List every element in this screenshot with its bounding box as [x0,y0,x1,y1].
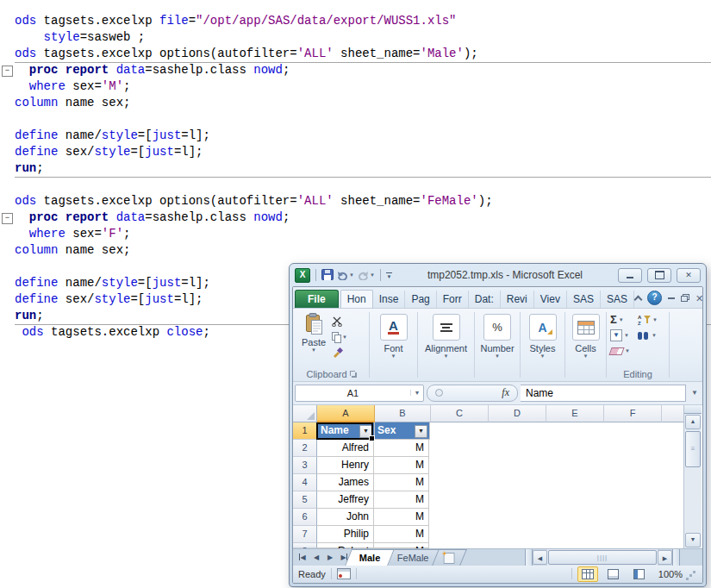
cell-sex-row3[interactable]: M [374,457,429,474]
workbook-close-button[interactable]: ✕ [695,294,703,303]
row-number-3[interactable]: 3 [293,457,317,474]
grid[interactable]: ABCDEF 1Name▼Sex▼2AlfredM3HenryM4JamesM5… [293,405,683,548]
excel-title-bar[interactable]: X ▼ ▼ ▼ tmp2052.tmp.xls - Microsoft Exce… [290,264,706,286]
collapse-ribbon-icon[interactable] [634,295,641,302]
next-sheet-button[interactable]: ▶ [324,550,336,565]
cell-empty[interactable] [429,543,486,548]
cell-empty[interactable] [429,457,486,474]
cell-empty[interactable] [486,543,543,548]
cell-empty[interactable] [486,474,543,491]
styles-group-button[interactable]: A Styles ▼ [521,310,564,381]
cell-empty[interactable] [429,526,486,543]
maximize-button[interactable] [647,268,671,283]
insert-function-button[interactable]: fx [502,386,509,399]
ribbon-tab-file[interactable]: File [295,290,339,308]
scroll-down-icon[interactable]: ▼ [685,533,701,547]
save-button[interactable] [321,269,334,282]
column-header-d[interactable]: D [489,405,546,422]
cell-empty[interactable] [486,457,543,474]
cancel-entry-icon[interactable] [435,389,443,397]
minimize-button[interactable] [618,268,642,283]
row-number-6[interactable]: 6 [293,509,317,526]
filter-header-cell-name[interactable]: Name▼ [318,422,375,440]
row-number-7[interactable]: 7 [293,526,317,543]
filter-header-cell-sex[interactable]: Sex▼ [375,422,430,440]
row-number-4[interactable]: 4 [293,474,317,491]
cell-name-row5[interactable]: Jeffrey [317,491,374,509]
cell-empty[interactable] [429,440,486,457]
cell-empty[interactable] [429,491,486,509]
close-button[interactable]: ✕ [677,268,701,283]
cell-empty[interactable] [486,440,543,457]
cell-empty[interactable] [600,543,657,548]
select-all-corner[interactable] [293,405,317,422]
cell-empty[interactable] [486,491,543,509]
cell-sex-row4[interactable]: M [374,474,429,491]
undo-button[interactable]: ▼ [337,271,354,280]
cell-empty[interactable] [543,509,600,526]
column-header-e[interactable]: E [546,405,604,422]
ribbon-tab-revi[interactable]: Revi [501,291,534,308]
redo-button[interactable]: ▼ [358,271,375,280]
cell-empty[interactable] [543,474,600,491]
code-fold-toggle[interactable]: − [2,213,13,224]
tab-scroll-splitter[interactable] [525,549,533,566]
scroll-up-icon[interactable]: ▲ [685,415,701,429]
column-header-a[interactable]: A [317,405,375,422]
vertical-scroll-thumb[interactable]: ≡ [685,431,701,467]
vertical-scroll-track[interactable] [684,468,702,532]
ribbon-tab-viev[interactable]: Viev [534,291,567,308]
cell-sex-row2[interactable]: M [374,440,429,457]
scrollbar-split-handle[interactable] [684,405,702,414]
first-sheet-button[interactable]: ◀ [296,550,309,565]
filter-dropdown-button[interactable]: ▼ [359,425,372,438]
cell-empty[interactable] [600,509,657,526]
fill-button[interactable]: ▼▼ [610,329,638,341]
redo-dropdown-arrow[interactable]: ▼ [370,272,375,278]
horizontal-scroll-thumb[interactable]: |||| [548,550,657,565]
ribbon-tab-sas[interactable]: SAS [567,291,601,308]
paste-button[interactable]: Paste ▼ [296,313,332,359]
customize-qat-button[interactable]: ▼ [386,272,392,278]
ribbon-tab-hon[interactable]: Hon [340,290,373,308]
filter-dropdown-button[interactable]: ▼ [415,425,427,438]
cell-sex-row8[interactable]: M [374,543,429,548]
cell-empty[interactable] [600,474,657,491]
page-break-view-button[interactable] [629,566,650,582]
cell-empty[interactable] [600,491,657,509]
page-layout-view-button[interactable] [603,566,624,582]
cell-empty[interactable] [600,440,657,457]
ribbon-tab-pag[interactable]: Pag [405,291,436,308]
insert-worksheet-tab[interactable] [432,549,467,566]
number-group-button[interactable]: % Number ▼ [476,310,519,381]
formula-input[interactable]: Name [521,385,686,402]
cell-sex-row6[interactable]: M [374,509,429,526]
excel-logo-icon[interactable]: X [295,268,310,283]
cell-sex-row7[interactable]: M [374,526,429,543]
row-number-2[interactable]: 2 [293,440,317,457]
cell-empty[interactable] [429,474,486,491]
scroll-left-icon[interactable]: ◀ [533,550,547,565]
cell-empty[interactable] [543,440,600,457]
clear-button[interactable]: ▼ [610,345,638,357]
cell-empty[interactable] [600,526,657,543]
macro-record-icon[interactable] [337,568,351,579]
cell-sex-row5[interactable]: M [374,491,429,509]
row-number-8[interactable]: 8 [293,543,317,548]
autosum-button[interactable]: Σ▼ [610,314,638,326]
scrollbar-split-handle[interactable] [672,549,680,566]
font-group-button[interactable]: A Font ▼ [371,310,416,381]
cell-empty[interactable] [543,491,600,509]
cell-name-row8[interactable]: Robert [317,543,374,548]
cell-name-row6[interactable]: John [317,509,374,526]
cell-name-row2[interactable]: Alfred [317,440,374,457]
cell-name-row3[interactable]: Henry [317,457,374,474]
horizontal-scroll-track[interactable]: |||| [547,549,658,566]
normal-view-button[interactable] [577,566,598,582]
row-number-5[interactable]: 5 [293,491,317,509]
cell-empty[interactable] [543,526,600,543]
column-header-b[interactable]: B [375,405,431,422]
column-header-c[interactable]: C [431,405,489,422]
cell-empty[interactable] [543,543,600,548]
name-box-dropdown-arrow[interactable]: ▼ [410,390,423,396]
